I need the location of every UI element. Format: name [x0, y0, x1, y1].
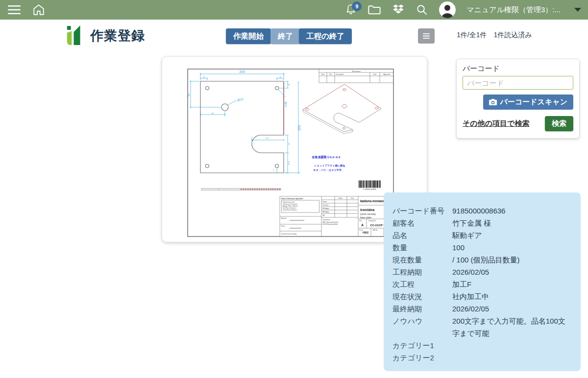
svg-text:Drawing No.: Drawing No.: [368, 220, 376, 222]
svg-text:Finish: Finish: [281, 225, 285, 227]
avatar[interactable]: [439, 1, 456, 18]
barcode-scan-button[interactable]: バーコードスキャン: [483, 94, 573, 110]
dim-top: 200: [239, 70, 245, 73]
barcode-scan-label: バーコードスキャン: [500, 97, 567, 107]
svg-text:Date: Date: [351, 197, 354, 199]
note-blast-2: キズ・バリ・カエリ不可: [313, 168, 342, 172]
svg-text:Do Not Scale Drawing: Do Not Scale Drawing: [281, 233, 297, 235]
page: 9 マニュアル権限（管理3）:...: [0, 0, 588, 378]
record-count-text: 1件/全1件 1件読込済み: [457, 31, 532, 40]
svg-text:Three Place Decimal ±: Three Place Decimal ±: [283, 209, 297, 211]
other-search-link[interactable]: その他の項目で検索: [463, 119, 529, 128]
end-button[interactable]: 終了: [270, 28, 300, 44]
info-row-next-process: 次工程加工F: [392, 278, 572, 290]
info-row-item-name: 品名駆動ギア: [392, 229, 572, 241]
home-icon[interactable]: [32, 4, 45, 16]
svg-text:Unless Otherwise Specified: Unless Otherwise Specified: [281, 198, 303, 200]
top-navbar: 9 マニュアル権限（管理3）:...: [0, 0, 588, 20]
info-row-barcode: バーコード番号9185000008636: [392, 205, 572, 217]
info-row-quantity: 数量100: [392, 241, 572, 254]
camera-icon: [489, 99, 497, 105]
dim-60: 60: [212, 112, 214, 115]
notifications-bell-icon[interactable]: 9: [345, 3, 357, 16]
svg-text:ENG Appr.: ENG Appr.: [322, 208, 329, 210]
brand-name: ironidea: [360, 208, 375, 212]
dim-15-right: 15: [288, 83, 290, 86]
search-button[interactable]: 検索: [545, 116, 573, 131]
dim-notch-h: 45: [288, 142, 290, 145]
app-logo: 作業登録: [63, 25, 145, 46]
svg-text:[clock-canvas]: [clock-canvas]: [360, 213, 376, 215]
svg-text:Scale: Scale: [359, 229, 363, 231]
info-row-current-qty: 現在数量/ 100 (個別品目数量): [392, 254, 572, 266]
info-row-category1: カテゴリー1: [392, 339, 572, 352]
barcode-label: バーコード: [463, 64, 573, 73]
svg-text:Drawn: Drawn: [322, 201, 327, 203]
barcode-input[interactable]: [463, 76, 573, 90]
dim-15-tl: 15: [203, 76, 205, 78]
search-icon[interactable]: [416, 3, 428, 16]
revisions-title: Revisions: [352, 70, 360, 72]
start-work-button[interactable]: 作業開始: [226, 28, 271, 44]
svg-text:Zone: Zone: [321, 73, 324, 75]
menu-icon[interactable]: [8, 5, 21, 15]
svg-text:Comments:: Comments:: [322, 219, 330, 221]
svg-text:Approved: Approved: [383, 73, 390, 75]
info-row-final-due: 最終納期2026/02/05: [392, 303, 572, 315]
notification-count-badge: 9: [352, 1, 362, 11]
barcode-panel: バーコード バーコードスキャン その他の項目で検索 検索: [456, 59, 580, 139]
svg-text:MFG Appr.: MFG Appr.: [322, 211, 330, 213]
info-row-knowhow: ノウハウ200文字まで入力可能。品名100文字まで可能: [392, 315, 572, 339]
sheet-size: A: [361, 223, 364, 227]
svg-text:Rev.: Rev.: [329, 73, 332, 75]
svg-text:CAD No.: CAD No.: [372, 229, 378, 231]
dropbox-icon[interactable]: [392, 4, 405, 16]
info-row-category2: カテゴリー2: [392, 352, 572, 364]
dim-notch-b: 26.5: [288, 161, 290, 165]
info-row-status: 現在状況社内加工中: [392, 290, 572, 303]
svg-text:base plate: base plate: [360, 216, 371, 219]
svg-text:Size: Size: [359, 220, 362, 222]
note-chamfer: 全角糸面取り0.2~0.3: [312, 155, 341, 159]
svg-text:Date: Date: [373, 73, 377, 75]
info-row-customer: 顧客名竹下金属 様: [392, 217, 572, 229]
list-menu-button[interactable]: [418, 28, 435, 44]
process-end-button[interactable]: 工程の終了: [299, 28, 352, 44]
item-info-panel: バーコード番号9185000008636 顧客名竹下金属 様 品名駆動ギア 数量…: [384, 192, 581, 371]
drawing-scale: FREE: [363, 232, 368, 234]
dim-holes: 4-Ø6: [284, 101, 287, 107]
dim-notch-w: 72.5: [265, 137, 270, 140]
svg-text:Do Not Manually Update: Do Not Manually Update: [322, 223, 338, 225]
user-role-label[interactable]: マニュアル権限（管理3）:...: [466, 5, 561, 15]
caret-down-icon[interactable]: [574, 8, 581, 12]
dim-15-tr: 15: [279, 76, 282, 78]
folder-icon[interactable]: [368, 4, 381, 16]
note-blast-1: ショットブラスト後に残る: [314, 164, 345, 167]
dim-15-br: 15: [272, 169, 275, 171]
svg-text:Description: Description: [336, 73, 344, 75]
svg-text:Material: Material: [281, 217, 287, 219]
svg-text:Checked: Checked: [322, 204, 328, 206]
info-row-process-due: 工程納期2026/02/05: [392, 266, 572, 278]
dim-left-90: 90: [187, 94, 190, 96]
svg-text:Name: Name: [339, 197, 343, 199]
page-title: 作業登録: [90, 27, 145, 45]
logo-mark-icon: [63, 25, 85, 46]
barcode-number: 9 185000 008636: [363, 189, 376, 190]
dim-right-200: 200: [297, 125, 301, 131]
svg-text:QA: QA: [322, 214, 324, 216]
